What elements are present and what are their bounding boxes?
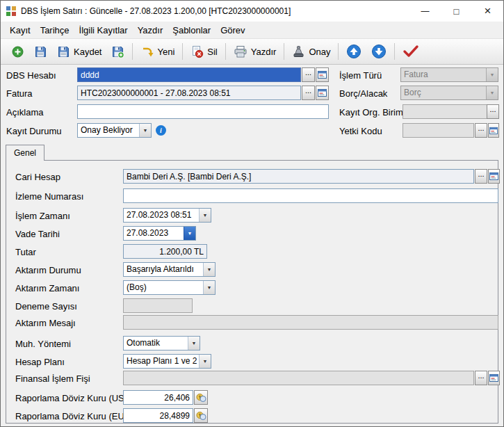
sil-button[interactable]: Sil <box>186 42 222 61</box>
aktarim-durumu-select[interactable]: Başarıyla Aktarıldı ▼ <box>123 262 216 277</box>
genel-panel: Cari Hesap ... İzleme Numarası İşlem Zam… <box>6 160 498 424</box>
toolbar-separator <box>338 43 339 60</box>
tab-genel[interactable]: Genel <box>6 145 44 161</box>
borc-alacak-select: Borç ▼ <box>400 86 498 100</box>
eur-kuru-label: Raporlama Döviz Kuru (EUR) <box>15 411 134 421</box>
vade-tarihi-value: 27.08.2023 <box>124 227 184 240</box>
aktarim-zamani-value: (Boş) <box>124 281 203 294</box>
titlebar[interactable]: DBS İşlem Satırı : Güncelle - 27.08.2023… <box>1 1 503 22</box>
save-button[interactable] <box>29 42 52 61</box>
toolbar-separator <box>132 43 133 60</box>
izleme-numarasi-input[interactable] <box>123 188 498 203</box>
kayit-org-birimi-lookup-button[interactable]: ... <box>487 104 499 119</box>
open-record-icon <box>318 88 327 97</box>
islem-zamani-select[interactable]: 27.08.2023 08:51 ▼ <box>123 208 211 223</box>
yetki-kodu-label: Yetki Kodu <box>339 126 382 136</box>
tab-strip: Genel <box>1 144 503 160</box>
toolbar: Kaydet Yeni Sil Yazdır Onay <box>1 38 503 65</box>
menu-kayit[interactable]: Kayıt <box>5 23 35 38</box>
islem-zamani-label: İşlem Zamanı <box>15 211 70 221</box>
finansal-islem-fisi-input <box>123 371 474 385</box>
eur-kuru-lookup-button[interactable] <box>194 408 208 423</box>
toolbar-separator <box>225 43 226 60</box>
chevron-down-icon[interactable]: ▼ <box>203 263 215 276</box>
yazdir-button[interactable]: Yazdır <box>229 42 282 61</box>
chevron-down-icon[interactable]: ▼ <box>199 355 211 368</box>
save-and-new-button[interactable] <box>106 42 129 61</box>
menu-sablonlar[interactable]: Şablonlar <box>168 23 216 38</box>
onay-button[interactable]: Onay <box>287 42 335 61</box>
deneme-sayisi-label: Deneme Sayısı <box>15 301 77 312</box>
aciklama-label: Açıklama <box>6 107 43 118</box>
chevron-down-icon[interactable]: ▼ <box>139 124 151 137</box>
window-title: DBS İşlem Satırı : Güncelle - 27.08.2023… <box>21 6 291 16</box>
window-controls: — □ × <box>409 1 503 22</box>
chevron-down-icon: ▼ <box>486 86 498 99</box>
exchange-rate-icon <box>196 411 206 421</box>
menu-bar: Kayıt Tarihçe İlgili Kayıtlar Yazdır Şab… <box>1 22 503 38</box>
delete-icon <box>190 45 204 58</box>
yetki-kodu-lookup-button[interactable]: ... <box>475 123 487 138</box>
islem-zamani-value: 27.08.2023 08:51 <box>124 209 199 222</box>
add-icon <box>11 45 24 58</box>
muh-yontemi-label: Muh. Yöntemi <box>15 339 71 349</box>
cari-hesap-lookup-button[interactable]: ... <box>475 169 487 184</box>
kayit-org-birimi-input <box>403 104 487 119</box>
onay-label: Onay <box>309 47 330 57</box>
eur-kuru-input[interactable] <box>123 408 193 423</box>
finansal-islem-fisi-label: Finansal İşlem Fişi <box>15 373 90 384</box>
open-record-icon <box>489 127 498 135</box>
vade-tarihi-label: Vade Tarihi <box>15 229 60 239</box>
add-button[interactable] <box>6 42 29 61</box>
dbs-hesabi-open-button[interactable] <box>316 67 329 82</box>
save-new-icon <box>111 45 124 58</box>
aktarim-durumu-label: Aktarım Durumu <box>15 265 81 275</box>
finansal-islem-fisi-open-button[interactable] <box>488 371 500 385</box>
header-form: DBS Hesabı ... İşlem Türü Fatura ▼ Fatur… <box>1 65 503 144</box>
menu-yazdir[interactable]: Yazdır <box>133 23 168 38</box>
info-icon[interactable]: i <box>156 125 166 136</box>
fatura-open-button[interactable] <box>316 86 329 100</box>
chevron-down-icon[interactable]: ▼ <box>188 337 200 350</box>
next-record-button[interactable] <box>366 41 391 62</box>
fatura-lookup-button[interactable]: ... <box>302 86 315 100</box>
aciklama-input[interactable] <box>77 104 329 119</box>
menu-ilgili-kayitlar[interactable]: İlgili Kayıtlar <box>74 23 133 38</box>
kaydet-label: Kaydet <box>74 47 101 57</box>
kayit-durumu-select[interactable]: Onay Bekliyor ▼ <box>77 123 152 138</box>
kaydet-button[interactable]: Kaydet <box>52 42 106 61</box>
menu-tarihce[interactable]: Tarihçe <box>35 23 74 38</box>
chevron-down-icon[interactable]: ▼ <box>184 227 195 240</box>
vade-tarihi-select[interactable]: 27.08.2023 ▼ <box>123 226 196 241</box>
fatura-input[interactable] <box>77 86 301 100</box>
hesap-plani-select[interactable]: Hesap Planı 1 ve 2 ▼ <box>123 354 211 369</box>
yetki-kodu-open-button[interactable] <box>488 123 499 138</box>
cari-hesap-input[interactable] <box>123 169 474 184</box>
cari-hesap-label: Cari Hesap <box>15 172 60 182</box>
usd-kuru-lookup-button[interactable] <box>194 390 208 405</box>
muh-yontemi-select[interactable]: Otomatik ▼ <box>123 336 200 351</box>
close-button[interactable]: × <box>472 1 503 22</box>
dbs-hesabi-lookup-button[interactable]: ... <box>302 67 315 82</box>
kayit-durumu-value: Onay Bekliyor <box>78 124 139 137</box>
chevron-down-icon[interactable]: ▼ <box>203 281 215 294</box>
hesap-plani-value: Hesap Planı 1 ve 2 <box>124 355 199 368</box>
usd-kuru-label: Raporlama Döviz Kuru (USD) <box>15 393 134 403</box>
app-icon <box>6 6 17 17</box>
aktarim-mesaji-input <box>123 315 498 330</box>
maximize-button[interactable]: □ <box>441 1 472 22</box>
finansal-islem-fisi-lookup-button[interactable]: ... <box>475 371 487 385</box>
usd-kuru-input[interactable] <box>123 390 193 405</box>
menu-gorev[interactable]: Görev <box>216 23 250 38</box>
yeni-button[interactable]: Yeni <box>136 42 179 61</box>
save-icon <box>34 45 47 58</box>
izleme-numarasi-label: İzleme Numarası <box>15 191 83 202</box>
minimize-button[interactable]: — <box>409 1 441 22</box>
aktarim-zamani-select[interactable]: (Boş) ▼ <box>123 280 216 295</box>
chevron-down-icon[interactable]: ▼ <box>199 209 211 222</box>
dbs-hesabi-input[interactable] <box>77 67 301 82</box>
previous-record-button[interactable] <box>341 41 366 62</box>
cari-hesap-open-button[interactable] <box>488 169 500 184</box>
confirm-button[interactable] <box>398 42 424 61</box>
stamp-icon <box>292 45 305 58</box>
